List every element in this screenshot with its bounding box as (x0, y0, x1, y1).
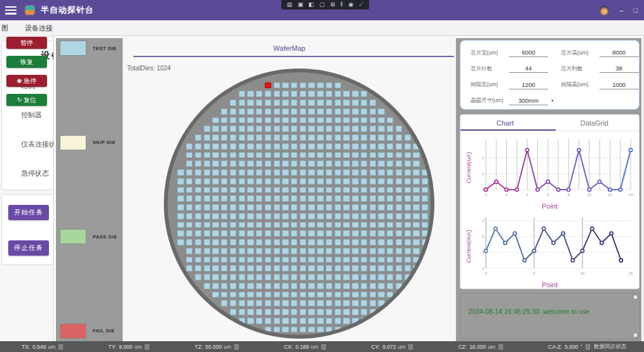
wafer-die[interactable] (186, 248, 192, 254)
wafer-die[interactable] (413, 195, 419, 202)
wafer-die[interactable] (204, 126, 210, 132)
wafer-die[interactable] (230, 152, 236, 159)
wafer-die[interactable] (343, 134, 349, 141)
wafer-die[interactable] (291, 91, 297, 97)
wafer-die[interactable] (282, 187, 288, 193)
wafer-die[interactable] (274, 134, 280, 141)
wafer-die[interactable] (186, 265, 192, 271)
wafer-die[interactable] (291, 265, 297, 271)
wafer-die[interactable] (230, 169, 236, 176)
wafer-die[interactable] (221, 239, 227, 245)
wafer-die[interactable] (221, 204, 227, 211)
wafer-die[interactable] (326, 117, 332, 124)
wafer-die[interactable] (204, 187, 210, 193)
wafer-die[interactable] (265, 126, 271, 132)
wafer-die[interactable] (352, 187, 358, 193)
wafer-die[interactable] (204, 178, 210, 185)
wafer-die[interactable] (300, 91, 306, 97)
wafer-die[interactable] (335, 204, 341, 211)
wafer-die[interactable] (247, 195, 253, 202)
wafer-die[interactable] (405, 195, 411, 202)
pause-button[interactable]: 暂停 (6, 37, 47, 49)
wafer-die[interactable] (335, 239, 341, 245)
record-icon[interactable]: ◉ (348, 2, 353, 8)
wafer-die[interactable] (326, 195, 332, 202)
wafer-die[interactable] (291, 195, 297, 202)
wafer-die[interactable] (326, 134, 332, 141)
wafer-die[interactable] (274, 91, 280, 97)
wafer-die[interactable] (352, 292, 358, 298)
wafer-die[interactable] (274, 100, 280, 106)
wafer-die[interactable] (396, 126, 402, 132)
wafer-die[interactable] (405, 265, 411, 271)
wafer-die[interactable] (212, 187, 218, 193)
wafer-die[interactable] (300, 300, 306, 306)
wafer-die[interactable] (326, 309, 332, 315)
wafer-die[interactable] (212, 134, 218, 141)
wafer-die[interactable] (413, 213, 419, 219)
wafer-die[interactable] (265, 292, 271, 298)
wafer-die[interactable] (212, 160, 218, 167)
wafer-die[interactable] (387, 213, 393, 219)
wafer-die[interactable] (239, 117, 245, 124)
wafer-die[interactable] (239, 213, 245, 219)
wafer-die[interactable] (396, 230, 402, 237)
wafer-die[interactable] (335, 318, 341, 324)
wafer-die[interactable] (352, 283, 358, 289)
wafer-die[interactable] (335, 160, 341, 167)
wafer-die[interactable] (370, 143, 376, 150)
wafer-die[interactable] (204, 204, 210, 211)
wafer-die[interactable] (300, 204, 306, 211)
wafer-die[interactable] (361, 91, 367, 97)
wafer-die[interactable] (195, 239, 201, 245)
wafer-die[interactable] (291, 108, 297, 115)
wafer-die[interactable] (378, 222, 384, 228)
wafer-die[interactable] (274, 292, 280, 298)
wafer-die[interactable] (177, 187, 184, 193)
wafer-die[interactable] (239, 292, 245, 298)
wafer-die[interactable] (291, 222, 297, 228)
wafer-die[interactable] (230, 126, 236, 132)
wafer-die[interactable] (300, 134, 306, 141)
wafer-die[interactable] (256, 204, 262, 211)
wafer-die[interactable] (195, 195, 201, 202)
wafer-die[interactable] (343, 195, 349, 202)
wafer-die[interactable] (343, 143, 349, 150)
wafer-die[interactable] (195, 204, 201, 211)
wafer-die[interactable] (274, 265, 280, 271)
wafer-die[interactable] (317, 108, 323, 115)
wafer-die[interactable] (396, 152, 402, 159)
wafer-die[interactable] (317, 187, 323, 193)
wafer-die[interactable] (326, 239, 332, 245)
wafer-die[interactable] (378, 126, 384, 132)
wafer-die[interactable] (265, 134, 271, 141)
wafer-die[interactable] (396, 160, 402, 167)
wafer-die[interactable] (282, 91, 288, 97)
wafer-die[interactable] (230, 143, 236, 150)
wafer-die[interactable] (204, 143, 210, 150)
wafer-die[interactable] (387, 239, 393, 245)
wafer-die[interactable] (352, 222, 358, 228)
wafer-die[interactable] (230, 187, 236, 193)
wafer-die[interactable] (230, 283, 236, 289)
grid-icon[interactable]: ⊞ (330, 2, 335, 8)
wafer-die[interactable] (230, 292, 236, 298)
wafer-die[interactable] (300, 292, 306, 298)
wafer-die[interactable] (300, 195, 306, 202)
wafer-die[interactable] (308, 248, 314, 254)
wafer-die[interactable] (247, 178, 253, 185)
wafer-die[interactable] (256, 230, 262, 237)
wafer-die[interactable] (378, 239, 384, 245)
wafer-die[interactable] (308, 327, 314, 333)
wafer-die[interactable] (204, 134, 210, 141)
wafer-die[interactable] (343, 152, 349, 159)
wafer-die[interactable] (256, 100, 262, 106)
wafer-die[interactable] (282, 213, 288, 219)
wafer-die[interactable] (370, 108, 376, 115)
wafer-die[interactable] (230, 160, 236, 167)
wafer-die[interactable] (387, 152, 393, 159)
wafer-die[interactable] (291, 187, 297, 193)
wafer-die[interactable] (387, 117, 393, 124)
wafer-die[interactable] (387, 195, 393, 202)
wafer-die[interactable] (177, 230, 184, 237)
